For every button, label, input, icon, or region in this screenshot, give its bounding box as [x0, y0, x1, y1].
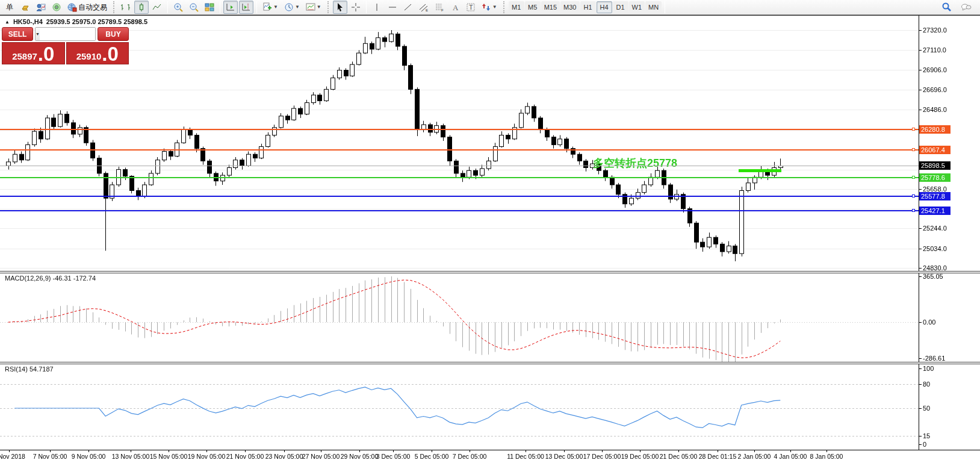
- ohlc-values: 25939.5 25975.0 25789.5 25898.5: [46, 18, 147, 25]
- price-tick: 25034.0: [923, 245, 947, 252]
- rsi-axis-tick: 100: [923, 365, 934, 372]
- time-axis-tick: [678, 450, 679, 452]
- time-axis-label: 21 Dec 05:00: [660, 453, 697, 460]
- rsi-axis-tick: 0: [923, 441, 926, 448]
- hline-handle[interactable]: [912, 148, 915, 151]
- one-click-trade-panel: SELL ▼ ▲ BUY 25897 .0 25910 .0: [2, 27, 129, 64]
- rsi-axis-tick: 15: [923, 432, 930, 440]
- sell-button[interactable]: SELL: [2, 27, 33, 41]
- trading-terminal-window: 单 自动交易: [0, 0, 980, 466]
- time-axis-label: 13 Dec 05:00: [545, 453, 583, 460]
- price-tick: 25658.0: [923, 185, 947, 193]
- hline-support-25577.8[interactable]: [0, 196, 919, 197]
- rsi-pane-divider[interactable]: [0, 362, 980, 364]
- time-axis-tick: [718, 450, 718, 452]
- time-axis-label: 17 Dec 05:00: [583, 453, 621, 460]
- volume-stepper: ▼ ▲: [35, 27, 96, 41]
- chart-title: ▲ HK50-,H4 25939.5 25975.0 25789.5 25898…: [5, 18, 147, 25]
- time-axis-tick: [245, 450, 246, 452]
- time-axis-tick: [9, 450, 10, 452]
- rsi-label: RSI(14) 54.7187: [5, 365, 54, 373]
- sell-price-frac: .0: [38, 44, 55, 64]
- hline-resistance-26280.8[interactable]: [0, 129, 919, 130]
- time-axis-tick: [131, 450, 131, 452]
- macd-label: MACD(12,26,9) -46.31 -172.74: [5, 275, 96, 282]
- time-axis-tick: [826, 450, 827, 452]
- level-price-badge: 25577.8: [919, 192, 951, 200]
- sell-price-main: 25897: [12, 51, 37, 61]
- level-price-badge: 25427.1: [919, 207, 951, 215]
- hline-resistance-26067.4[interactable]: [0, 149, 919, 151]
- macd-axis-tick: -286.61: [923, 355, 945, 362]
- volume-input[interactable]: [40, 28, 96, 40]
- time-axis-label: 4 Jan 05:00: [774, 453, 807, 460]
- macd-axis-tick: 0.00: [923, 318, 935, 326]
- time-axis-tick: [321, 450, 321, 452]
- volume-decrease-button[interactable]: ▼: [36, 28, 40, 40]
- price-tick: 27110.0: [923, 46, 946, 54]
- time-axis-tick: [393, 450, 394, 452]
- time-axis-label: 28 Dec 01:15: [699, 453, 736, 460]
- time-axis-tick: [88, 450, 89, 452]
- level-price-badge: 25778.6: [919, 173, 951, 182]
- time-axis-tick: [206, 450, 207, 452]
- collapse-panel-icon[interactable]: ▲: [5, 19, 10, 25]
- buy-button[interactable]: BUY: [98, 27, 129, 41]
- level-price-badge: 26280.8: [919, 125, 951, 134]
- symbol-period-label: HK50-,H4: [13, 18, 43, 25]
- time-axis-tick: [50, 450, 51, 452]
- pivot-annotation-text[interactable]: 多空转折点25778: [593, 156, 677, 170]
- time-axis-tick: [526, 450, 526, 452]
- time-axis-label: 5 Nov 2018: [0, 453, 25, 460]
- time-axis-label: 3 Dec 05:00: [376, 453, 411, 460]
- rsi-axis-tick: 50: [923, 405, 930, 412]
- price-tick: 24830.0: [923, 264, 947, 272]
- buy-price-main: 25910: [76, 51, 102, 61]
- time-axis-label: 27 Nov 05:00: [302, 453, 340, 460]
- pivot-highlight-segment[interactable]: [739, 169, 781, 172]
- time-axis-label: 19 Dec 05:00: [621, 453, 659, 460]
- hline-handle[interactable]: [912, 128, 915, 131]
- time-axis-tick: [359, 450, 360, 452]
- time-axis-label: 13 Nov 05:00: [112, 453, 149, 460]
- price-tick: 27320.0: [923, 26, 947, 34]
- rsi-axis-tick: 80: [923, 381, 930, 388]
- hline-handle[interactable]: [912, 209, 915, 212]
- chart-canvas[interactable]: [0, 0, 980, 466]
- time-axis-label: 5 Dec 05:00: [415, 453, 449, 460]
- time-axis-separator: [0, 450, 980, 450]
- time-axis-tick: [432, 450, 432, 452]
- hline-current-price-25898.5[interactable]: [0, 166, 919, 166]
- current-price-badge: 25898.5: [919, 161, 951, 170]
- time-axis-label: 21 Nov 05:00: [226, 453, 264, 460]
- level-price-badge: 26067.4: [919, 146, 951, 154]
- time-axis-tick: [169, 450, 169, 452]
- time-axis-label: 15 Nov 05:00: [150, 453, 187, 460]
- time-axis-tick: [754, 450, 755, 452]
- time-axis-label: 7 Dec 05:00: [453, 453, 487, 460]
- time-axis-label: 7 Nov 05:00: [33, 453, 67, 460]
- buy-price-box[interactable]: 25910 .0: [66, 42, 129, 64]
- time-axis-label: 23 Nov 05:00: [265, 453, 303, 460]
- time-axis-label: 2 Jan 05:00: [738, 453, 771, 460]
- price-tick: 26486.0: [923, 106, 947, 113]
- price-tick: 26906.0: [923, 66, 947, 73]
- hline-pivot-25778.6[interactable]: [0, 177, 919, 178]
- hline-handle[interactable]: [912, 176, 915, 179]
- macd-axis-tick: 365.05: [923, 273, 943, 280]
- hline-support-25427.1[interactable]: [0, 210, 919, 211]
- time-axis-tick: [564, 450, 565, 452]
- macd-pane-divider[interactable]: [0, 271, 980, 273]
- time-axis-tick: [640, 450, 640, 452]
- sell-price-box[interactable]: 25897 .0: [2, 42, 65, 64]
- time-axis-tick: [790, 450, 791, 452]
- buy-price-frac: .0: [102, 44, 119, 64]
- price-tick: 26696.0: [923, 86, 947, 93]
- hline-handle[interactable]: [912, 194, 915, 197]
- time-axis-label: 19 Nov 05:00: [188, 453, 225, 460]
- time-axis-label: 9 Nov 05:00: [72, 453, 106, 460]
- time-axis-tick: [470, 450, 470, 452]
- time-axis-label: 11 Dec 05:00: [507, 453, 544, 460]
- time-axis-tick: [284, 450, 285, 452]
- price-tick: 25244.0: [923, 225, 947, 232]
